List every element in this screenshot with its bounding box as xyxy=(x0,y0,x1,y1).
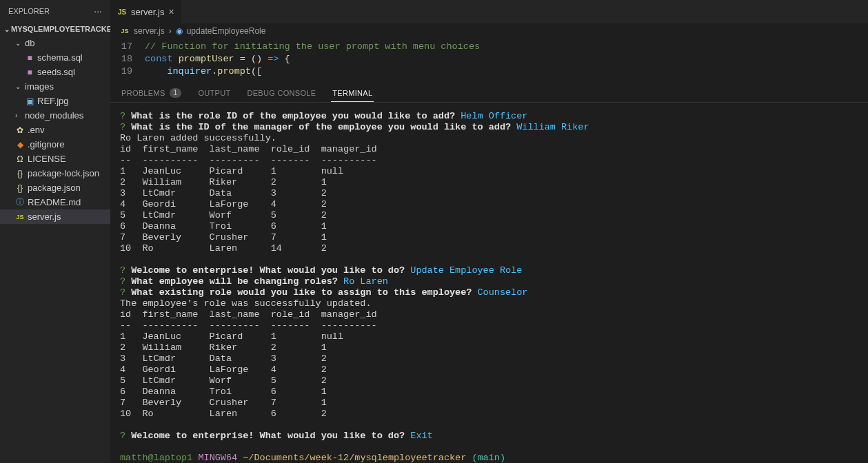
shell-prompt: matth@laptop1 MINGW64 ~/Documents/week-1… xyxy=(120,453,858,463)
problems-count-badge: 1 xyxy=(170,88,182,98)
explorer-header: EXPLORER ··· xyxy=(0,0,110,22)
keyword-token: const xyxy=(145,54,173,64)
gear-icon: ✿ xyxy=(15,125,25,135)
bracket-token: ([ xyxy=(251,66,262,76)
table-divider: -- ---------- --------- ------- --------… xyxy=(120,155,858,166)
prompt-question: Welcome to enterprise! What would you li… xyxy=(125,431,410,441)
file-gitignore[interactable]: ◆ .gitignore xyxy=(0,137,110,152)
prompt-mark: ? xyxy=(120,287,125,298)
breadcrumb-file: server.js xyxy=(134,26,165,36)
prompt-question: What existing role would you like to ass… xyxy=(125,287,477,298)
tab-debug-console[interactable]: DEBUG CONSOLE xyxy=(245,85,317,102)
file-package-json[interactable]: {} package.json xyxy=(0,181,110,195)
prompt-line: ? What is the role ID of the employee yo… xyxy=(120,111,858,122)
terminal-panel[interactable]: ? What is the role ID of the employee yo… xyxy=(110,103,868,463)
file-label: server.js xyxy=(28,212,61,222)
code-line-17: 17 // Function for initiating the user p… xyxy=(110,41,868,54)
panel-tabs: PROBLEMS 1 OUTPUT DEBUG CONSOLE TERMINAL xyxy=(110,81,868,103)
prompt-answer: William Riker xyxy=(516,122,589,132)
chevron-down-icon: ⌄ xyxy=(15,39,22,47)
folder-db[interactable]: ⌄ db xyxy=(0,36,110,50)
file-server[interactable]: JS server.js xyxy=(0,209,110,224)
prompt-question: What employee will be changing roles? xyxy=(125,276,343,287)
shell-user: matth@laptop1 xyxy=(120,453,192,463)
prompt-line: ? What employee will be changing roles? … xyxy=(120,276,858,287)
js-icon: JS xyxy=(15,214,25,220)
file-seeds[interactable]: ■ seeds.sql xyxy=(0,65,110,79)
table-row: 1 JeanLuc Picard 1 null xyxy=(120,166,858,177)
js-icon: JS xyxy=(120,28,130,34)
file-package-lock[interactable]: {} package-lock.json xyxy=(0,166,110,181)
database-icon: ■ xyxy=(25,68,34,77)
method-token: prompt xyxy=(217,66,251,76)
method-icon: ◉ xyxy=(176,26,183,36)
folder-images[interactable]: ⌄ images xyxy=(0,79,110,94)
explorer-title: EXPLORER xyxy=(8,7,50,15)
prompt-line: ? Welcome to enterprise! What would you … xyxy=(120,431,858,442)
prompt-question: What is the role ID of the employee you … xyxy=(125,111,461,121)
line-number: 19 xyxy=(110,66,145,79)
folder-label: images xyxy=(25,81,54,92)
file-tree: ⌄ db ■ schema.sql ■ seeds.sql ⌄ images ▣… xyxy=(0,36,110,224)
tab-problems[interactable]: PROBLEMS 1 xyxy=(120,85,183,102)
tab-label: server.js xyxy=(131,7,164,17)
file-readme[interactable]: ⓘ README.md xyxy=(0,195,110,209)
certificate-icon: Ω xyxy=(15,154,25,164)
prompt-mark: ? xyxy=(120,265,125,276)
tab-label: OUTPUT xyxy=(198,89,230,97)
indent xyxy=(145,66,167,76)
table-row: 5 LtCmdr Worf 5 2 xyxy=(120,210,858,221)
code-editor[interactable]: 17 // Function for initiating the user p… xyxy=(110,39,868,81)
json-icon: {} xyxy=(15,169,25,178)
close-icon[interactable]: × xyxy=(168,6,174,17)
op-token: = xyxy=(234,54,251,64)
file-label: package.json xyxy=(28,183,81,193)
identifier-token: promptUser xyxy=(179,54,234,64)
prompt-line: ? Welcome to enterprise! What would you … xyxy=(120,265,858,276)
table-divider: -- ---------- --------- ------- --------… xyxy=(120,320,858,331)
table-row: 1 JeanLuc Picard 1 null xyxy=(120,331,858,342)
explorer-sidebar: EXPLORER ··· ⌄ MYSQLEMPLOYEETRACKER ⌄ db… xyxy=(0,0,110,463)
table-row: 7 Beverly Crusher 7 1 xyxy=(120,398,858,409)
blank-line xyxy=(120,420,858,431)
status-line: Ro Laren added successfully. xyxy=(120,133,858,144)
folder-node-modules[interactable]: › node_modules xyxy=(0,108,110,123)
prompt-line: ? What existing role would you like to a… xyxy=(120,287,858,298)
tab-label: PROBLEMS xyxy=(121,89,165,97)
file-schema[interactable]: ■ schema.sql xyxy=(0,50,110,65)
table-row: 2 William Riker 2 1 xyxy=(120,177,858,188)
file-license[interactable]: Ω LICENSE xyxy=(0,152,110,166)
table-row: 7 Beverly Crusher 7 1 xyxy=(120,232,858,243)
table-row: 2 William Riker 2 1 xyxy=(120,342,858,353)
table-row: 5 LtCmdr Worf 5 2 xyxy=(120,375,858,387)
database-icon: ■ xyxy=(25,53,34,63)
main-area: JS server.js × JS server.js › ◉ updateEm… xyxy=(110,0,868,463)
prompt-answer: Counselor xyxy=(478,287,528,298)
chevron-right-icon: › xyxy=(15,112,22,119)
image-icon: ▣ xyxy=(25,96,34,106)
blank-line xyxy=(120,254,858,265)
project-header[interactable]: ⌄ MYSQLEMPLOYEETRACKER xyxy=(0,22,110,36)
tab-label: TERMINAL xyxy=(332,89,372,97)
js-icon: JS xyxy=(117,8,127,16)
brace-token: { xyxy=(285,54,290,64)
tab-server-js[interactable]: JS server.js × xyxy=(110,0,182,23)
chevron-right-icon: › xyxy=(169,26,172,36)
prompt-mark: ? xyxy=(120,276,125,287)
tab-label: DEBUG CONSOLE xyxy=(247,89,316,97)
code-line-19: 19 inquirer.prompt([ xyxy=(110,66,868,79)
git-icon: ◆ xyxy=(15,140,25,150)
object-token: inquirer xyxy=(167,66,212,76)
more-actions-icon[interactable]: ··· xyxy=(94,6,102,17)
status-line: The employee's role was successfully upd… xyxy=(120,298,858,309)
file-env[interactable]: ✿ .env xyxy=(0,123,110,137)
breadcrumb[interactable]: JS server.js › ◉ updateEmployeeRole xyxy=(110,23,868,39)
file-label: .env xyxy=(28,125,45,135)
chevron-down-icon: ⌄ xyxy=(4,25,10,33)
prompt-mark: ? xyxy=(120,431,125,441)
tab-output[interactable]: OUTPUT xyxy=(196,85,232,102)
table-header: id first_name last_name role_id manager_… xyxy=(120,144,858,155)
breadcrumb-symbol: updateEmployeeRole xyxy=(187,26,266,36)
tab-terminal[interactable]: TERMINAL xyxy=(331,85,374,102)
file-ref[interactable]: ▣ REF.jpg xyxy=(0,94,110,108)
